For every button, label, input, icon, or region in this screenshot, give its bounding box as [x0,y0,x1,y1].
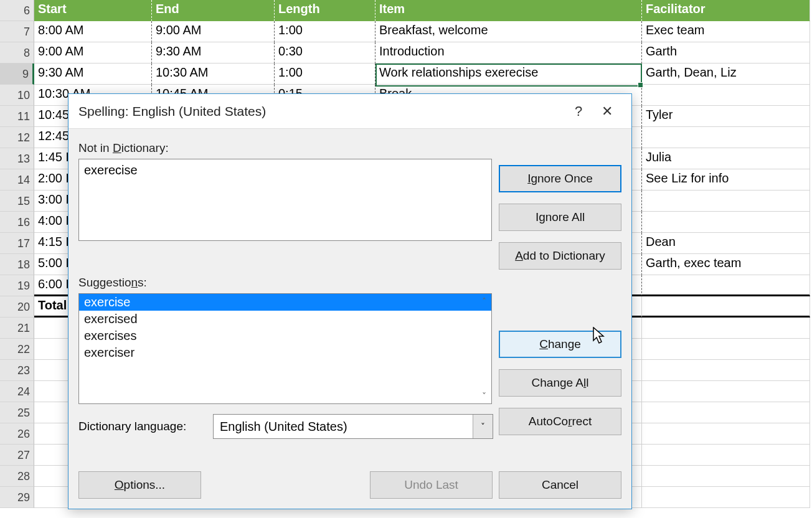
row-number[interactable]: 15 [0,191,34,212]
col-length-header[interactable]: Length [275,0,375,21]
row-number[interactable]: 24 [0,381,34,402]
cell[interactable] [642,339,810,360]
cell[interactable] [642,275,810,296]
cell-active[interactable]: Work relationships exerecise [375,64,642,85]
cell[interactable]: 8:00 AM [34,21,152,42]
row-number[interactable]: 22 [0,339,34,360]
options-button[interactable]: Options... [78,471,201,499]
dialog-bottom-row: Options... Undo Last Cancel [78,471,621,499]
row-number[interactable]: 29 [0,487,34,508]
row-number[interactable]: 23 [0,360,34,381]
cell[interactable]: Introduction [375,42,642,64]
row-number[interactable]: 13 [0,148,34,169]
add-to-dictionary-button[interactable]: Add to Dictionary [499,242,621,270]
cell[interactable] [642,445,810,466]
row-number[interactable]: 27 [0,445,34,466]
suggestion-item[interactable]: exercise [79,294,491,311]
dialog-title: Spelling: English (United States) [78,104,564,119]
table-row: 7 8:00 AM 9:00 AM 1:00 Breakfast, welcom… [0,21,812,42]
suggestion-item[interactable]: exerciser [79,344,491,361]
scrollbar[interactable]: ˄ ˅ [476,294,491,403]
scroll-up-icon[interactable]: ˄ [482,296,486,306]
row-number[interactable]: 12 [0,127,34,148]
row-number[interactable]: 21 [0,318,34,339]
dialog-button-column: Ignore Once Ignore All Add to Dictionary… [499,165,621,435]
cell[interactable]: 1:00 [275,21,375,42]
row-number[interactable]: 6 [0,0,34,21]
col-start-header[interactable]: Start [34,0,152,21]
cell[interactable]: 10:30 AM [152,64,275,85]
row-number[interactable]: 14 [0,169,34,191]
row-number[interactable]: 10 [0,85,34,106]
cell[interactable] [642,381,810,402]
cell[interactable]: 9:00 AM [34,42,152,64]
suggestions-listbox[interactable]: exercise exercised exercises exerciser ˄… [78,293,492,404]
cell[interactable] [642,191,810,212]
cell[interactable]: Garth [642,42,810,64]
row-number[interactable]: 11 [0,106,34,127]
cell[interactable] [642,402,810,423]
chevron-down-icon[interactable]: ˅ [473,415,493,438]
help-icon[interactable]: ? [564,103,593,120]
cell[interactable] [642,423,810,445]
table-row: 8 9:00 AM 9:30 AM 0:30 Introduction Gart… [0,42,812,64]
not-in-dictionary-label: Not in Dictionary: [78,141,621,155]
row-number[interactable]: 7 [0,21,34,42]
cell[interactable]: 1:00 [275,64,375,85]
cell[interactable]: 0:30 [275,42,375,64]
cell[interactable] [642,296,810,318]
dictionary-language-label: Dictionary language: [78,420,204,433]
row-number[interactable]: 20 [0,296,34,318]
ignore-all-button[interactable]: Ignore All [499,204,621,231]
table-row: 9 9:30 AM 10:30 AM 1:00 Work relationshi… [0,64,812,85]
row-number[interactable]: 16 [0,212,34,233]
cell[interactable]: Tyler [642,106,810,127]
cancel-button[interactable]: Cancel [499,471,621,499]
ignore-once-button[interactable]: Ignore Once [499,165,621,192]
cell[interactable] [642,360,810,381]
row-number[interactable]: 9 [0,64,34,85]
suggestion-item[interactable]: exercised [79,311,491,327]
cell[interactable]: Garth, Dean, Liz [642,64,810,85]
cell[interactable]: Breakfast, welcome [375,21,642,42]
cell[interactable] [642,318,810,339]
col-end-header[interactable]: End [152,0,275,21]
dialog-titlebar[interactable]: Spelling: English (United States) ? ✕ [68,94,631,129]
header-row: 6 Start End Length Item Facilitator [0,0,812,21]
row-number[interactable]: 25 [0,402,34,423]
select-value: English (United States) [220,420,347,434]
cell[interactable]: Dean [642,233,810,254]
cell[interactable] [642,466,810,487]
cell[interactable]: 9:00 AM [152,21,275,42]
row-number[interactable]: 17 [0,233,34,254]
cell[interactable]: Exec team [642,21,810,42]
suggestion-item[interactable]: exercises [79,327,491,344]
row-number[interactable]: 26 [0,423,34,445]
change-all-button[interactable]: Change All [499,369,621,397]
cell[interactable]: Julia [642,148,810,169]
spelling-dialog: Spelling: English (United States) ? ✕ No… [68,93,632,509]
cell[interactable]: See Liz for info [642,169,810,191]
dictionary-language-select[interactable]: English (United States) ˅ [213,414,493,439]
change-button[interactable]: Change [499,331,621,358]
col-item-header[interactable]: Item [375,0,642,21]
cell[interactable] [642,487,810,508]
not-in-dictionary-input[interactable]: exerecise [78,159,492,241]
cell[interactable]: Garth, exec team [642,254,810,275]
col-facilitator-header[interactable]: Facilitator [642,0,810,21]
row-number[interactable]: 28 [0,466,34,487]
undo-last-button[interactable]: Undo Last [370,471,493,499]
close-icon[interactable]: ✕ [593,103,621,120]
cell[interactable] [642,212,810,233]
cell[interactable]: 9:30 AM [152,42,275,64]
cell[interactable]: 9:30 AM [34,64,152,85]
autocorrect-button[interactable]: AutoCorrect [499,408,621,435]
cell[interactable] [642,85,810,106]
cell[interactable] [642,127,810,148]
row-number[interactable]: 19 [0,275,34,296]
row-number[interactable]: 18 [0,254,34,275]
row-number[interactable]: 8 [0,42,34,64]
scroll-down-icon[interactable]: ˅ [482,391,486,401]
